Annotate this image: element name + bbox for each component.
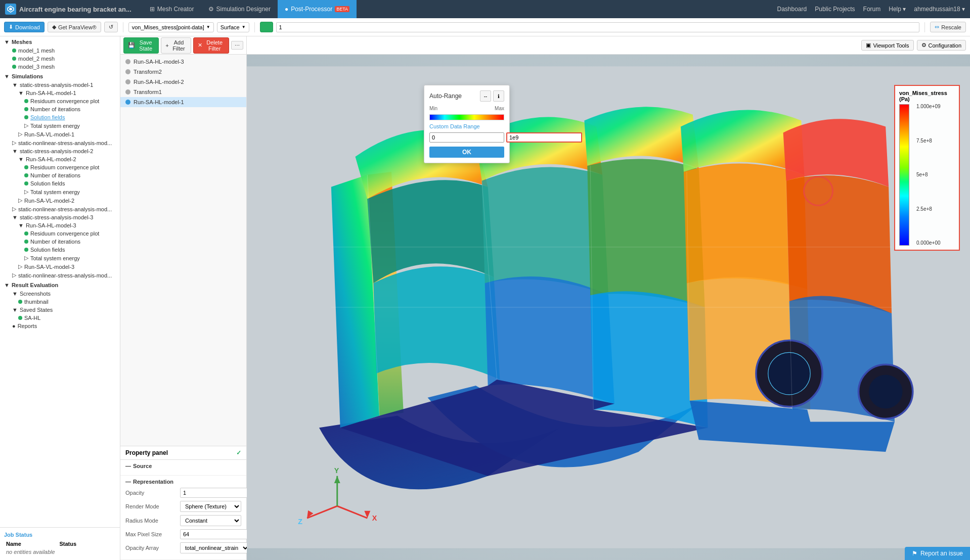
tab-post-processor[interactable]: ● Post-Processor BETA xyxy=(278,0,357,18)
sim-run-vl-1[interactable]: ▷ Run-SA-VL-model-1 xyxy=(0,130,120,138)
svg-point-6 xyxy=(869,375,903,408)
download-button[interactable]: ⬇ Download xyxy=(4,22,45,32)
rescale-icon: ⇔ xyxy=(935,24,939,30)
mesh-model-2[interactable]: model_2 mesh xyxy=(0,55,120,63)
reports-item[interactable]: ● Reports xyxy=(0,322,120,330)
auto-range-popup: Auto-Range -- ℹ Min Max xyxy=(424,85,510,163)
sim-residuum-3[interactable]: Residuum convergence plot xyxy=(0,229,120,238)
sim-iterations-3[interactable]: Number of iterations xyxy=(0,238,120,246)
pipeline-list: Run-SA-HL-model-3 Transform2 Run-SA-HL-m… xyxy=(120,55,246,446)
user-dropdown[interactable]: ahmedhussain18 ▾ xyxy=(914,6,965,13)
status-dot xyxy=(24,107,28,111)
result-title[interactable]: ▼ Result Evaluation xyxy=(0,279,120,290)
nav-right: Dashboard Public Projects Forum Help ▾ a… xyxy=(777,6,965,13)
rescale-button[interactable]: ⇔ Rescale xyxy=(930,22,966,32)
pipeline-item-4[interactable]: Transform1 xyxy=(120,87,246,97)
status-dot xyxy=(12,65,16,69)
ok-button[interactable]: OK xyxy=(429,147,504,158)
source-title[interactable]: — Source xyxy=(125,463,241,469)
render-mode-label: Render Mode xyxy=(125,503,176,509)
radius-mode-label: Radius Mode xyxy=(125,518,176,524)
viewport-tools-button[interactable]: ▣ Viewport Tools xyxy=(861,40,913,51)
public-projects-link[interactable]: Public Projects xyxy=(815,6,855,13)
report-issue-button[interactable]: ⚑ Report an issue xyxy=(905,547,970,560)
sim-static-3[interactable]: ▼ static-stress-analysis-model-3 xyxy=(0,213,120,221)
sim-run-vl-2[interactable]: ▷ Run-SA-VL-model-2 xyxy=(0,196,120,205)
expand-icon9: ▼ xyxy=(18,156,24,162)
legend-label-min: 0.000e+00 xyxy=(916,241,941,246)
sim-run-hl-1[interactable]: ▼ Run-SA-HL-model-1 xyxy=(0,89,120,97)
max-pixel-input[interactable] xyxy=(180,529,256,539)
x-icon: ✕ xyxy=(198,42,202,49)
sim-static-1[interactable]: ▼ static-stress-analysis-model-1 xyxy=(0,81,120,89)
sim-run-vl-3[interactable]: ▷ Run-SA-VL-model-3 xyxy=(0,262,120,271)
delete-filter-button[interactable]: ✕ Delete Filter xyxy=(193,37,229,54)
sim-nonlinear-1[interactable]: ▷ static-nonlinear-stress-analysis-mod..… xyxy=(0,138,120,147)
dashboard-link[interactable]: Dashboard xyxy=(777,6,807,13)
sim-solution-1[interactable]: Solution fields xyxy=(0,113,120,121)
render-mode-select[interactable]: Sphere (Texture) xyxy=(180,501,241,512)
simulations-title[interactable]: ▼ Simulations xyxy=(0,71,120,81)
viewport-canvas[interactable]: X Y Z xyxy=(247,55,970,560)
paraview-button[interactable]: ◆ Get ParaView® xyxy=(48,22,101,32)
sim-nonlinear-2[interactable]: ▷ static-nonlinear-stress-analysis-mod..… xyxy=(0,205,120,213)
meshes-title[interactable]: ▼ Meshes xyxy=(0,36,120,46)
sim-energy-1[interactable]: ▷ Total system energy xyxy=(0,121,120,130)
app-logo[interactable]: Aircraft engine bearing bracket an... xyxy=(5,4,131,15)
refresh-button[interactable]: ↺ xyxy=(104,22,118,32)
sim-residuum-1[interactable]: Residuum convergence plot xyxy=(0,97,120,105)
mesh-model-3[interactable]: model_3 mesh xyxy=(0,63,120,71)
viewport-toolbar: ▣ Viewport Tools ⚙ Configuration xyxy=(247,36,970,55)
pipeline-item-2[interactable]: Transform2 xyxy=(120,67,246,77)
expand-icon6: ▷ xyxy=(18,131,22,137)
forum-link[interactable]: Forum xyxy=(863,6,881,13)
filter-dropdown[interactable]: von_Mises_stress[point-data] ▼ xyxy=(128,22,214,32)
configuration-button[interactable]: ⚙ Configuration xyxy=(917,40,966,51)
result-section: ▼ Result Evaluation ▼ Screenshots thumbn… xyxy=(0,279,120,330)
pipeline-item-1[interactable]: Run-SA-HL-model-3 xyxy=(120,57,246,67)
sim-energy-3[interactable]: ▷ Total system energy xyxy=(0,254,120,262)
sim-run-hl-3[interactable]: ▼ Run-SA-HL-model-3 xyxy=(0,221,120,229)
sim-iterations-1[interactable]: Number of iterations xyxy=(0,105,120,113)
save-state-button[interactable]: 💾 Save State xyxy=(123,37,159,54)
opacity-input[interactable] xyxy=(180,488,256,498)
mesh-model-1[interactable]: model_1 mesh xyxy=(0,46,120,55)
opacity-array-select[interactable]: total_nonlinear_strain xyxy=(180,542,250,553)
sa-hl-item[interactable]: SA-HL xyxy=(0,314,120,322)
pipeline-item-5[interactable]: Run-SA-HL-model-1 xyxy=(120,97,246,107)
frame-input[interactable] xyxy=(276,22,920,32)
representation-title[interactable]: — Representation xyxy=(125,479,241,485)
info-icon-btn[interactable]: ℹ xyxy=(493,90,504,102)
play-button[interactable]: ▶ xyxy=(260,22,273,32)
expand-icon7: ▷ xyxy=(12,139,16,146)
sim-iterations-2[interactable]: Number of iterations xyxy=(0,171,120,179)
sim-solution-3[interactable]: Solution fields xyxy=(0,246,120,254)
tab-simulation[interactable]: ⚙ Simulation Designer xyxy=(201,0,278,18)
play-icon: ▶ xyxy=(264,24,269,30)
sim-static-2[interactable]: ▼ static-stress-analysis-model-2 xyxy=(0,147,120,155)
plus-icon: + xyxy=(165,42,168,49)
add-filter-button[interactable]: + Add Filter xyxy=(161,37,191,54)
dash-icon-btn[interactable]: -- xyxy=(480,90,491,102)
more-options-button[interactable]: ⋯ xyxy=(231,41,243,50)
min-value-input[interactable] xyxy=(429,132,504,143)
expand-icon20: ▼ xyxy=(12,307,18,313)
expand-icon12: ▷ xyxy=(12,206,16,212)
max-value-input[interactable] xyxy=(506,132,582,143)
surface-dropdown[interactable]: Surface ▼ xyxy=(217,22,249,32)
sim-solution-2[interactable]: Solution fields xyxy=(0,179,120,188)
screenshots-item[interactable]: ▼ Screenshots xyxy=(0,290,120,298)
expand-icon: ▼ xyxy=(4,39,10,45)
radius-mode-select[interactable]: Constant xyxy=(180,515,241,526)
sim-residuum-2[interactable]: Residuum convergence plot xyxy=(0,163,120,171)
pipeline-item-3[interactable]: Run-SA-HL-model-2 xyxy=(120,77,246,87)
sim-energy-2[interactable]: ▷ Total system energy xyxy=(0,188,120,196)
sim-nonlinear-3[interactable]: ▷ static-nonlinear-stress-analysis-mod..… xyxy=(0,271,120,279)
property-panel-header[interactable]: Property panel ✓ xyxy=(120,446,246,460)
tab-mesh[interactable]: ⊞ Mesh Creator xyxy=(143,0,201,18)
thumbnail-item[interactable]: thumbnail xyxy=(0,298,120,306)
sim-run-hl-2[interactable]: ▼ Run-SA-HL-model-2 xyxy=(0,155,120,163)
help-dropdown[interactable]: Help ▾ xyxy=(889,6,906,13)
saved-states-item[interactable]: ▼ Saved States xyxy=(0,306,120,314)
expand-icon8: ▼ xyxy=(12,148,18,154)
